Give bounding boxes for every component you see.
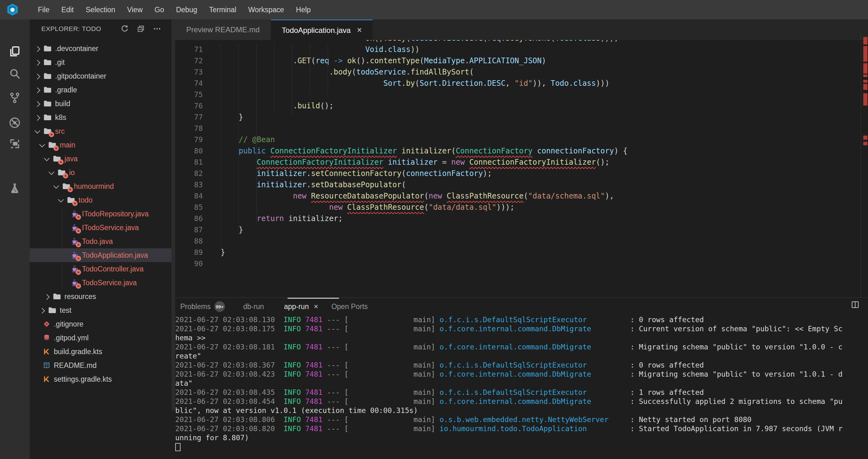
tree-item-k8s[interactable]: k8s (30, 111, 172, 124)
tree-item--gitpodcontainer[interactable]: .gitpodcontainer (30, 69, 172, 83)
terminal-log-line: 2021-06-27 02:03:08.181 INFO 7481 --- [ … (175, 343, 868, 352)
close-panel-tab-icon[interactable]: × (314, 302, 318, 311)
terminal-log-line: 2021-06-27 02:03:08.820 INFO 7481 --- [ … (175, 424, 868, 433)
tree-item--gitpod-yml[interactable]: .gitpod.yml (30, 331, 172, 345)
more-actions-icon[interactable] (153, 25, 161, 33)
panel-tab-open-ports[interactable]: Open Ports (331, 303, 368, 311)
tree-item-build-gradle-kts[interactable]: build.gradle.kts (30, 345, 172, 358)
tree-item-todoapplication-java[interactable]: ×TodoApplication.java (30, 248, 172, 262)
indent-guide (310, 44, 310, 94)
tree-item-settings-gradle-kts[interactable]: settings.gradle.kts (30, 372, 172, 386)
extensions-icon[interactable] (8, 138, 21, 150)
java-icon: × (71, 279, 79, 286)
tree-item-label: build (55, 99, 70, 108)
error-badge: × (76, 214, 81, 220)
tree-item-itodoservice-java[interactable]: ×ITodoService.java (30, 221, 172, 234)
tree-item--gitignore[interactable]: .gitignore (30, 317, 172, 331)
line-number: 90 (175, 258, 203, 269)
code-text: } (221, 247, 225, 258)
indent-guide (274, 44, 274, 116)
error-badge: × (76, 228, 81, 234)
error-mark (863, 93, 867, 106)
tree-item-todo[interactable]: ×todo (30, 193, 172, 207)
menu-item-debug[interactable]: Debug (170, 6, 203, 14)
panel-tab-label: Problems (180, 303, 211, 311)
error-mark (863, 80, 867, 83)
source-control-icon[interactable] (8, 91, 21, 104)
folder-icon (48, 307, 56, 314)
java-icon: × (71, 210, 79, 218)
editor-tab-preview-readme-md[interactable]: Preview README.md (175, 20, 271, 40)
explorer-sidebar: EXPLORER: TODO .devcontainer.git.gitpodc… (30, 20, 175, 459)
chevron-right-icon (34, 74, 40, 79)
tree-item-io[interactable]: ×io (30, 166, 172, 179)
tree-item-readme-md[interactable]: README.md (30, 358, 172, 372)
tree-item-todoservice-java[interactable]: ×TodoService.java (30, 276, 172, 290)
error-badge: × (76, 269, 81, 275)
panel-tab-app-run[interactable]: app-run× (284, 302, 318, 311)
tree-item-itodorepository-java[interactable]: ×ITodoRepository.java (30, 207, 172, 221)
debug-disabled-icon[interactable] (8, 116, 21, 129)
chevron-down-icon (58, 197, 64, 202)
close-tab-icon[interactable]: × (357, 25, 362, 35)
search-icon[interactable] (8, 67, 21, 80)
tree-item--gradle[interactable]: .gradle (30, 83, 172, 97)
sidebar-scrollbar[interactable] (172, 20, 175, 411)
code-text: Sort.by(Sort.Direction.DESC, "id")), Tod… (221, 78, 610, 89)
collapse-all-icon[interactable] (137, 25, 145, 33)
menu-item-help[interactable]: Help (290, 6, 317, 14)
menu-item-edit[interactable]: Edit (55, 6, 80, 14)
line-number: 80 (175, 145, 203, 156)
tree-item-main[interactable]: ×main (30, 138, 172, 152)
code-line-83: 83 initializer.setDatabasePopulator( (175, 179, 861, 190)
code-line-80: 80 public ConnectionFactoryInitializer i… (175, 145, 861, 156)
error-badge: × (68, 187, 73, 192)
menu-item-file[interactable]: File (32, 6, 55, 14)
tree-item-label: ITodoService.java (82, 224, 139, 232)
gitpod-logo-icon[interactable] (6, 3, 19, 17)
tree-item-java[interactable]: ×java (30, 152, 172, 166)
terminal-output[interactable]: 2021-06-27 02:03:08.130 INFO 7481 --- [ … (175, 315, 868, 459)
tree-item-humourmind[interactable]: ×humourmind (30, 179, 172, 193)
menu-item-selection[interactable]: Selection (80, 6, 121, 14)
line-number: 74 (175, 78, 203, 89)
split-panel-icon[interactable] (850, 300, 860, 309)
tree-item-build[interactable]: build (30, 97, 172, 111)
error-badge: × (76, 242, 81, 247)
tree-item-resources[interactable]: resources (30, 290, 172, 304)
files-icon[interactable] (8, 45, 21, 58)
tree-item-test[interactable]: test (30, 304, 172, 317)
lab-flask-icon[interactable] (8, 182, 21, 195)
terminal-log-line: 2021-06-27 02:03:08.454 INFO 7481 --- [ … (175, 397, 868, 406)
code-line-88: 88 (175, 235, 861, 247)
code-text: } (221, 112, 243, 123)
refresh-icon[interactable] (121, 25, 129, 33)
tree-item--devcontainer[interactable]: .devcontainer (30, 41, 172, 55)
error-badge: × (76, 283, 81, 289)
overview-ruler[interactable] (861, 31, 868, 297)
panel-tab-problems[interactable]: Problems99+ (180, 301, 225, 312)
tree-item-label: main (60, 141, 75, 149)
code-text: public ConnectionFactoryInitializer init… (221, 145, 627, 156)
error-mark (863, 142, 867, 145)
code-line-82: 82 initializer.setConnectionFactory(conn… (175, 168, 861, 179)
tree-item-label: .gitignore (54, 320, 84, 328)
gitignore-icon (43, 320, 51, 328)
menu-item-workspace[interactable]: Workspace (242, 6, 290, 14)
tree-item-todo-java[interactable]: ×Todo.java (30, 234, 172, 248)
tree-item--git[interactable]: .git (30, 55, 172, 69)
menu-item-terminal[interactable]: Terminal (203, 6, 242, 14)
code-area[interactable]: ok().body(todoService.save(req.bodyToMon… (175, 40, 861, 297)
tree-item-todocontroller-java[interactable]: ×TodoController.java (30, 262, 172, 276)
tree-item-label: TodoApplication.java (82, 251, 148, 260)
tree-item-src[interactable]: ×src (30, 124, 172, 138)
code-line-84: 84 new ResourceDatabasePopulator(new Cla… (175, 190, 861, 202)
tree-item-label: TodoService.java (82, 279, 137, 287)
menu-item-view[interactable]: View (121, 6, 148, 14)
terminal-wrapped-line: unning for 8.807) (175, 433, 868, 442)
panel-tab-db-run[interactable]: db-run (243, 303, 264, 311)
error-mark (863, 84, 867, 90)
kotlin-icon (43, 375, 51, 383)
menu-item-go[interactable]: Go (149, 6, 170, 14)
editor-tab-todoapplication-java[interactable]: TodoApplication.java× (271, 20, 373, 40)
